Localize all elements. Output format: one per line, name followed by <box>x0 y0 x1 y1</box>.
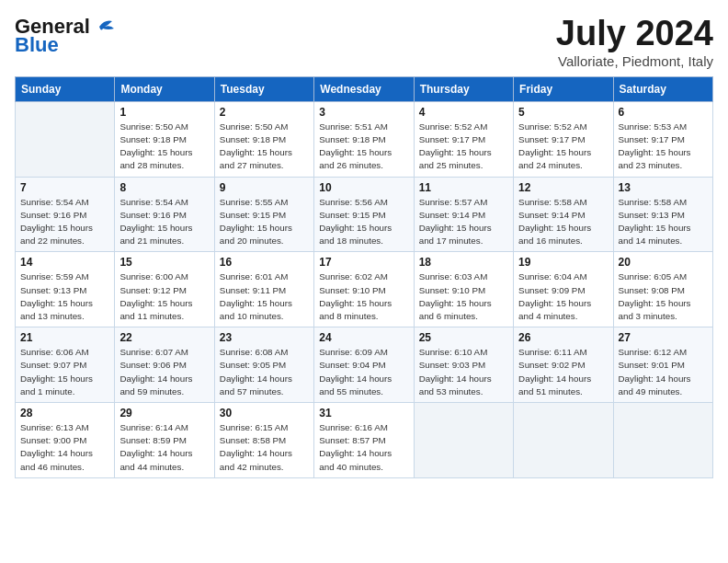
calendar-cell: 12Sunrise: 5:58 AMSunset: 9:14 PMDayligh… <box>514 177 613 252</box>
day-info: Sunrise: 5:52 AMSunset: 9:17 PMDaylight:… <box>518 121 608 173</box>
day-number: 24 <box>319 331 408 344</box>
day-info: Sunrise: 5:59 AMSunset: 9:13 PMDaylight:… <box>20 270 109 323</box>
day-info: Sunrise: 5:58 AMSunset: 9:14 PMDaylight:… <box>518 196 608 248</box>
day-info: Sunrise: 5:50 AMSunset: 9:18 PMDaylight:… <box>220 121 309 173</box>
calendar-cell: 29Sunrise: 6:14 AMSunset: 8:59 PMDayligh… <box>115 403 214 478</box>
day-number: 30 <box>220 407 309 419</box>
day-of-week-header: Tuesday <box>214 76 313 101</box>
calendar-cell <box>514 403 613 478</box>
calendar-cell: 19Sunrise: 6:04 AMSunset: 9:09 PMDayligh… <box>514 252 613 327</box>
day-number: 19 <box>518 256 608 269</box>
calendar-cell: 6Sunrise: 5:53 AMSunset: 9:17 PMDaylight… <box>613 101 712 177</box>
day-info: Sunrise: 5:56 AMSunset: 9:15 PMDaylight:… <box>319 196 408 248</box>
calendar-cell <box>414 403 513 478</box>
calendar-header-row: SundayMondayTuesdayWednesdayThursdayFrid… <box>16 76 713 101</box>
calendar-week-row: 28Sunrise: 6:13 AMSunset: 9:00 PMDayligh… <box>16 403 713 478</box>
calendar-cell: 16Sunrise: 6:01 AMSunset: 9:11 PMDayligh… <box>214 252 313 327</box>
calendar-cell: 10Sunrise: 5:56 AMSunset: 9:15 PMDayligh… <box>314 177 414 252</box>
day-of-week-header: Monday <box>115 76 214 101</box>
day-info: Sunrise: 6:13 AMSunset: 9:00 PMDaylight:… <box>20 421 109 474</box>
calendar-cell: 21Sunrise: 6:06 AMSunset: 9:07 PMDayligh… <box>16 327 115 403</box>
calendar-table: SundayMondayTuesdayWednesdayThursdayFrid… <box>15 76 713 478</box>
day-number: 31 <box>319 407 408 419</box>
calendar-cell: 2Sunrise: 5:50 AMSunset: 9:18 PMDaylight… <box>214 101 313 177</box>
day-number: 6 <box>619 106 708 119</box>
day-info: Sunrise: 6:00 AMSunset: 9:12 PMDaylight:… <box>119 270 209 323</box>
day-of-week-header: Thursday <box>414 76 513 101</box>
day-info: Sunrise: 5:50 AMSunset: 9:18 PMDaylight:… <box>119 121 209 173</box>
day-number: 11 <box>419 181 508 194</box>
day-info: Sunrise: 6:15 AMSunset: 8:58 PMDaylight:… <box>220 421 309 474</box>
day-number: 26 <box>518 331 608 344</box>
calendar-cell: 11Sunrise: 5:57 AMSunset: 9:14 PMDayligh… <box>414 177 513 252</box>
day-number: 21 <box>20 331 109 344</box>
day-number: 22 <box>119 331 209 344</box>
calendar-week-row: 7Sunrise: 5:54 AMSunset: 9:16 PMDaylight… <box>16 177 713 252</box>
day-number: 8 <box>119 181 209 194</box>
calendar-cell: 26Sunrise: 6:11 AMSunset: 9:02 PMDayligh… <box>514 327 613 403</box>
day-info: Sunrise: 5:51 AMSunset: 9:18 PMDaylight:… <box>319 121 408 173</box>
day-of-week-header: Sunday <box>16 76 115 101</box>
day-info: Sunrise: 6:01 AMSunset: 9:11 PMDaylight:… <box>220 270 309 323</box>
calendar-cell: 8Sunrise: 5:54 AMSunset: 9:16 PMDaylight… <box>115 177 214 252</box>
calendar-cell: 31Sunrise: 6:16 AMSunset: 8:57 PMDayligh… <box>314 403 414 478</box>
day-info: Sunrise: 5:54 AMSunset: 9:16 PMDaylight:… <box>20 196 109 248</box>
calendar-cell: 18Sunrise: 6:03 AMSunset: 9:10 PMDayligh… <box>414 252 513 327</box>
day-info: Sunrise: 5:52 AMSunset: 9:17 PMDaylight:… <box>419 121 508 173</box>
calendar-week-row: 14Sunrise: 5:59 AMSunset: 9:13 PMDayligh… <box>16 252 713 327</box>
calendar-cell: 22Sunrise: 6:07 AMSunset: 9:06 PMDayligh… <box>115 327 214 403</box>
day-info: Sunrise: 6:14 AMSunset: 8:59 PMDaylight:… <box>119 421 209 474</box>
day-info: Sunrise: 5:54 AMSunset: 9:16 PMDaylight:… <box>119 196 209 248</box>
calendar-cell: 13Sunrise: 5:58 AMSunset: 9:13 PMDayligh… <box>613 177 712 252</box>
day-number: 16 <box>220 256 309 269</box>
calendar-cell: 15Sunrise: 6:00 AMSunset: 9:12 PMDayligh… <box>115 252 214 327</box>
calendar-cell: 17Sunrise: 6:02 AMSunset: 9:10 PMDayligh… <box>314 252 414 327</box>
day-info: Sunrise: 6:16 AMSunset: 8:57 PMDaylight:… <box>319 421 408 474</box>
logo-blue: Blue <box>15 33 59 57</box>
day-info: Sunrise: 6:12 AMSunset: 9:01 PMDaylight:… <box>619 346 708 398</box>
day-number: 25 <box>419 331 508 344</box>
calendar-cell: 30Sunrise: 6:15 AMSunset: 8:58 PMDayligh… <box>214 403 313 478</box>
month-title: July 2024 <box>556 15 713 53</box>
day-info: Sunrise: 5:58 AMSunset: 9:13 PMDaylight:… <box>619 196 708 248</box>
day-info: Sunrise: 5:57 AMSunset: 9:14 PMDaylight:… <box>419 196 508 248</box>
calendar-week-row: 1Sunrise: 5:50 AMSunset: 9:18 PMDaylight… <box>16 101 713 177</box>
day-number: 5 <box>518 106 608 119</box>
title-section: July 2024 Valloriate, Piedmont, Italy <box>556 15 713 69</box>
day-number: 13 <box>619 181 708 194</box>
day-number: 7 <box>20 181 109 194</box>
calendar-cell <box>16 101 115 177</box>
day-number: 3 <box>319 106 408 119</box>
day-number: 28 <box>20 407 109 419</box>
day-number: 10 <box>319 181 408 194</box>
day-number: 14 <box>20 256 109 269</box>
day-info: Sunrise: 6:10 AMSunset: 9:03 PMDaylight:… <box>419 346 508 398</box>
day-number: 17 <box>319 256 408 269</box>
day-info: Sunrise: 6:11 AMSunset: 9:02 PMDaylight:… <box>518 346 608 398</box>
day-of-week-header: Friday <box>514 76 613 101</box>
calendar-cell <box>613 403 712 478</box>
day-number: 9 <box>220 181 309 194</box>
calendar-cell: 14Sunrise: 5:59 AMSunset: 9:13 PMDayligh… <box>16 252 115 327</box>
day-info: Sunrise: 6:07 AMSunset: 9:06 PMDaylight:… <box>119 346 209 398</box>
day-number: 2 <box>220 106 309 119</box>
calendar-cell: 4Sunrise: 5:52 AMSunset: 9:17 PMDaylight… <box>414 101 513 177</box>
day-info: Sunrise: 5:55 AMSunset: 9:15 PMDaylight:… <box>220 196 309 248</box>
day-number: 4 <box>419 106 508 119</box>
day-number: 20 <box>619 256 708 269</box>
calendar-cell: 7Sunrise: 5:54 AMSunset: 9:16 PMDaylight… <box>16 177 115 252</box>
day-info: Sunrise: 6:09 AMSunset: 9:04 PMDaylight:… <box>319 346 408 398</box>
calendar-cell: 5Sunrise: 5:52 AMSunset: 9:17 PMDaylight… <box>514 101 613 177</box>
calendar-cell: 27Sunrise: 6:12 AMSunset: 9:01 PMDayligh… <box>613 327 712 403</box>
day-info: Sunrise: 5:53 AMSunset: 9:17 PMDaylight:… <box>619 121 708 173</box>
calendar-cell: 28Sunrise: 6:13 AMSunset: 9:00 PMDayligh… <box>16 403 115 478</box>
day-number: 12 <box>518 181 608 194</box>
day-number: 15 <box>119 256 209 269</box>
day-of-week-header: Wednesday <box>314 76 414 101</box>
calendar-cell: 24Sunrise: 6:09 AMSunset: 9:04 PMDayligh… <box>314 327 414 403</box>
day-number: 1 <box>119 106 209 119</box>
calendar-week-row: 21Sunrise: 6:06 AMSunset: 9:07 PMDayligh… <box>16 327 713 403</box>
calendar-cell: 23Sunrise: 6:08 AMSunset: 9:05 PMDayligh… <box>214 327 313 403</box>
day-number: 27 <box>619 331 708 344</box>
location: Valloriate, Piedmont, Italy <box>556 53 713 69</box>
